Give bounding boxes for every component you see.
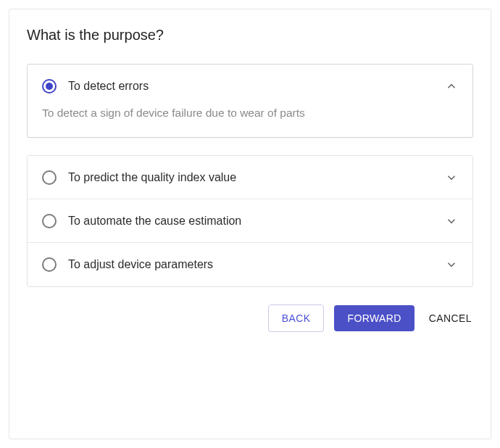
page-title: What is the purpose? (27, 27, 473, 43)
purpose-panel: What is the purpose? To detect errors To… (9, 9, 491, 439)
radio-checked-icon[interactable] (42, 79, 57, 94)
option-header[interactable]: To predict the quality index value (28, 156, 472, 199)
radio-unchecked-icon[interactable] (42, 214, 57, 228)
option-label: To adjust device parameters (68, 258, 445, 271)
options-collapsed-group: To predict the quality index value To au… (27, 155, 473, 287)
option-header[interactable]: To detect errors (28, 65, 472, 108)
option-header[interactable]: To automate the cause estimation (28, 199, 472, 243)
option-automate-cause[interactable]: To automate the cause estimation (28, 199, 472, 243)
option-detect-errors[interactable]: To detect errors To detect a sign of dev… (27, 64, 473, 138)
radio-unchecked-icon[interactable] (42, 257, 57, 272)
option-predict-quality[interactable]: To predict the quality index value (28, 156, 472, 199)
chevron-down-icon[interactable] (445, 171, 458, 184)
chevron-up-icon[interactable] (445, 80, 458, 93)
option-adjust-parameters[interactable]: To adjust device parameters (28, 242, 472, 286)
option-label: To detect errors (68, 80, 445, 93)
chevron-down-icon[interactable] (445, 258, 458, 271)
option-label: To automate the cause estimation (68, 215, 445, 228)
cancel-button[interactable]: CANCEL (425, 305, 473, 331)
option-header[interactable]: To adjust device parameters (28, 243, 472, 286)
back-button[interactable]: BACK (268, 304, 325, 332)
options-list: To detect errors To detect a sign of dev… (27, 64, 473, 287)
option-description: To detect a sign of device failure due t… (28, 107, 472, 137)
radio-unchecked-icon[interactable] (42, 170, 57, 185)
chevron-down-icon[interactable] (445, 215, 458, 228)
forward-button[interactable]: FORWARD (334, 305, 414, 331)
action-bar: BACK FORWARD CANCEL (27, 304, 473, 332)
option-label: To predict the quality index value (68, 171, 445, 184)
